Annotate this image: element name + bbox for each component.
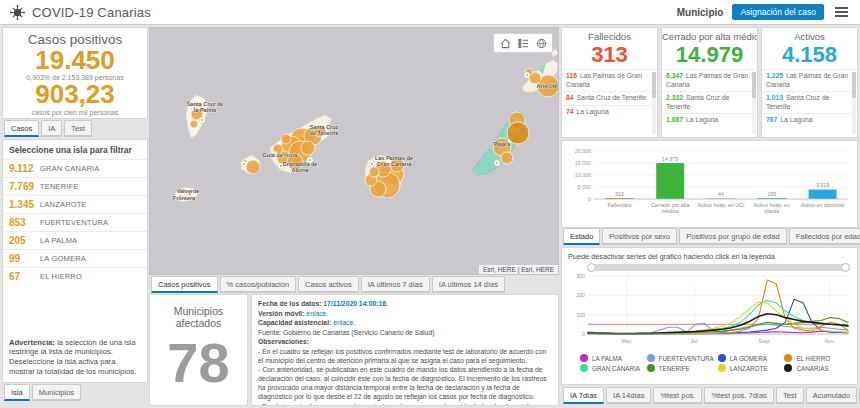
- filter-tab-municipios[interactable]: Municipios: [32, 384, 81, 401]
- mobile-link[interactable]: enlace.: [306, 310, 328, 317]
- island-count: 205: [9, 235, 35, 246]
- svg-text:44: 44: [718, 191, 724, 197]
- trend-tab-ia-7días[interactable]: IA 7días: [563, 387, 604, 404]
- legend-label: GRAN CANARIA: [592, 365, 640, 372]
- stat-card-scrollbar[interactable]: [752, 72, 756, 134]
- island-row-lanzarote[interactable]: 1.345LANZAROTE: [3, 195, 147, 213]
- filter-tab-isla[interactable]: Isla: [4, 384, 30, 401]
- observations-title: Observaciones:: [258, 337, 552, 347]
- stat-row-las-palmas-de-gran-canaria[interactable]: 116Las Palmas de Gran Canaria: [562, 69, 657, 91]
- svg-text:Jul.: Jul.: [690, 338, 698, 344]
- observation-1: - En el cuadro se reflejan los positivos…: [258, 347, 552, 365]
- stat-row-las-palmas-de-gran-canaria[interactable]: 6.347Las Palmas de Gran Canaria: [662, 69, 757, 91]
- range-handle-left[interactable]: [587, 263, 596, 272]
- warning-bold: Advertencia:: [9, 338, 55, 347]
- range-handle-right[interactable]: [841, 263, 850, 272]
- map-tab-%-casos-población[interactable]: % casos/población: [220, 276, 297, 293]
- time-range-slider[interactable]: [588, 263, 849, 272]
- stat-card-scrollbar[interactable]: [852, 72, 856, 134]
- trend-tab-test[interactable]: Test: [776, 387, 804, 404]
- map[interactable]: Santa Cruz dela PalmaValverdeFronteraGuí…: [149, 27, 559, 275]
- map-tab-casos-positivos[interactable]: Casos positivos: [151, 276, 218, 293]
- stat-row-count: 6.347: [666, 72, 683, 79]
- legend-item-lanzarote[interactable]: LANZAROTE: [718, 364, 781, 372]
- left-panel: Casos positivos 19.450 0,903% de 2.153.3…: [2, 27, 148, 406]
- stat-card-title: Cerrado por alta médic: [662, 31, 757, 42]
- island-count: 7.769: [9, 181, 35, 192]
- stat-row-la-laguna[interactable]: 74La Laguna: [562, 105, 657, 118]
- virus-icon: [10, 5, 25, 20]
- trend-tab-ia-14días[interactable]: IA 14días: [606, 387, 651, 404]
- stat-card-scrollbar[interactable]: [652, 72, 656, 134]
- island-row-la-gomera[interactable]: 99LA GOMERA: [3, 249, 147, 267]
- basemap-icon[interactable]: [533, 36, 549, 50]
- status-tab-fallecidos-por-edad-y-sexo[interactable]: Fallecidos por edad y sexo: [789, 228, 860, 245]
- stat-row-la-laguna[interactable]: 1.687La Laguna: [662, 113, 757, 126]
- status-tab-positivos-por-grupo-de-edad[interactable]: Positivos por grupo de edad: [679, 228, 786, 245]
- legend-item-tenerife[interactable]: TENERIFE: [647, 364, 714, 372]
- stat-card-title: Activos: [762, 31, 857, 42]
- stat-row-santa-cruz-de-tenerife[interactable]: 2.332Santa Cruz de Tenerife: [662, 91, 757, 113]
- map-tab-ia-últimos-7-días[interactable]: IA últimos 7 días: [361, 276, 430, 293]
- island-row-el-hierro[interactable]: 67EL HIERRO: [3, 267, 147, 285]
- svg-text:Activo en domicilio: Activo en domicilio: [801, 202, 845, 208]
- stat-card-value: 14.979: [662, 42, 757, 67]
- observation-2: - Con anterioridad, se publicaban en est…: [258, 365, 552, 402]
- stat-row-santa-cruz-de-tenerife[interactable]: 84Santa Cruz de Tenerife: [562, 91, 657, 104]
- trend-tab-%test-pos-7días[interactable]: %test pos. 7días: [704, 387, 773, 404]
- island-count: 67: [9, 271, 35, 282]
- assign-case-button[interactable]: Asignación del caso: [732, 4, 824, 20]
- trend-tab-%test-pos[interactable]: %test pos.: [653, 387, 702, 404]
- stat-card-fallecidos: Fallecidos313116Las Palmas de Gran Canar…: [561, 27, 658, 138]
- legend-item-la-palma[interactable]: LA PALMA: [580, 354, 643, 362]
- svg-text:May.: May.: [621, 338, 632, 344]
- legend-item-la-gomera[interactable]: LA GOMERA: [718, 354, 781, 362]
- data-timestamp: 17/11/2020 14:00:16.: [323, 300, 388, 307]
- stat-row-la-laguna[interactable]: 767La Laguna: [762, 113, 857, 126]
- legend-item-el-hierro[interactable]: EL HIERRO: [784, 354, 847, 362]
- island-row-fuerteventura[interactable]: 853FUERTEVENTURA: [3, 213, 147, 231]
- trend-tab-acumulado[interactable]: Acumulado: [806, 387, 858, 404]
- bar-cerrado-por-alta-médica[interactable]: [656, 163, 684, 199]
- metric-tab-ia[interactable]: IA: [41, 120, 62, 137]
- svg-text:200: 200: [576, 292, 585, 298]
- legend-item-canarias[interactable]: CANARIAS: [784, 364, 847, 372]
- app-title: COVID-19 Canarias: [32, 5, 151, 20]
- bar-activo-en-domicilio[interactable]: [809, 190, 837, 199]
- metric-tab-casos[interactable]: Casos: [4, 120, 39, 137]
- status-tab-positivos-por-sexo[interactable]: Positivos por sexo: [602, 228, 677, 245]
- stat-card-cerrado-por-alta-médic: Cerrado por alta médic14.9796.347Las Pal…: [661, 27, 758, 138]
- map-tab-casos-activos[interactable]: Casos activos: [298, 276, 359, 293]
- legend-dot: [647, 364, 655, 372]
- status-tab-estado[interactable]: Estado: [563, 228, 600, 245]
- island-row-gran-canaria[interactable]: 9.112GRAN CANARIA: [3, 159, 147, 177]
- metric-tab-test[interactable]: Test: [64, 120, 92, 137]
- map-tab-ia-últimos-14-días[interactable]: IA últimos 14 días: [432, 276, 505, 293]
- map-labels: Santa Cruz dela PalmaValverdeFronteraGuí…: [173, 83, 558, 201]
- legend-item-gran-canaria[interactable]: GRAN CANARIA: [580, 364, 643, 372]
- positive-cases-total: 19.450: [3, 47, 147, 74]
- notes-card: Fecha de los datos: 17/11/2020 14:00:16.…: [251, 294, 559, 406]
- range-bar[interactable]: [588, 264, 849, 271]
- observation-3: - En el cómputo de casos cerrados se inc…: [258, 402, 552, 406]
- legend-item-fuerteventura[interactable]: FUERTEVENTURA: [647, 354, 714, 362]
- stat-row-count: 74: [566, 108, 574, 115]
- island-count: 1.345: [9, 199, 35, 210]
- svg-text:100: 100: [576, 312, 585, 318]
- trend-chart-card: Puede desactivar series del gráfico haci…: [561, 247, 858, 385]
- island-row-la-palma[interactable]: 205LA PALMA: [3, 231, 147, 249]
- island-row-tenerife[interactable]: 7.769TENERIFE: [3, 177, 147, 195]
- warning-text: Advertencia: la selección de una isla re…: [9, 338, 141, 377]
- chart-legend: LA PALMAFUERTEVENTURALA GOMERAEL HIERROG…: [566, 352, 853, 372]
- municipio-label: Municipio: [677, 7, 724, 18]
- home-icon[interactable]: [497, 36, 513, 50]
- menu-icon[interactable]: [833, 5, 850, 19]
- stat-row-santa-cruz-de-tenerife[interactable]: 1.013Santa Cruz de Tenerife: [762, 91, 857, 113]
- municipalities-count: 78: [150, 329, 247, 396]
- stat-row-count: 2.332: [666, 94, 683, 101]
- stat-row-las-palmas-de-gran-canaria[interactable]: 1.225Las Palmas de Gran Canaria: [762, 69, 857, 91]
- map-label-santa-cruz-de-tenerife: Santa Cruzde Tenerife: [310, 124, 339, 136]
- legend-icon[interactable]: [515, 36, 531, 50]
- capacity-link[interactable]: enlace.: [333, 319, 355, 326]
- island-label: LA PALMA: [40, 236, 77, 245]
